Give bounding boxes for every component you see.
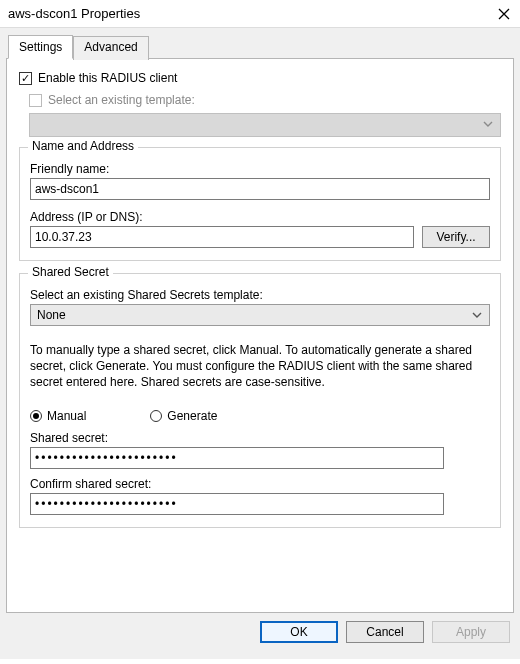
tabstrip: Settings Advanced [8,34,514,58]
shared-secret-input[interactable] [30,447,444,469]
friendly-name-label: Friendly name: [30,162,490,176]
select-template-row: Select an existing template: [29,93,501,107]
select-template-checkbox[interactable] [29,94,42,107]
verify-button[interactable]: Verify... [422,226,490,248]
shared-secret-template-label: Select an existing Shared Secrets templa… [30,288,490,302]
apply-button[interactable]: Apply [432,621,510,643]
tab-advanced[interactable]: Advanced [73,36,148,60]
radio-dot-icon [150,410,162,422]
enable-client-checkbox[interactable] [19,72,32,85]
radio-generate-label: Generate [167,409,217,423]
group-shared-secret: Shared Secret Select an existing Shared … [19,273,501,528]
group-shared-secret-legend: Shared Secret [28,265,113,279]
chevron-down-icon [482,118,494,133]
radio-dot-icon [30,410,42,422]
radio-manual-label: Manual [47,409,86,423]
select-template-label: Select an existing template: [48,93,195,107]
dialog-buttons: OK Cancel Apply [6,621,514,643]
confirm-secret-input[interactable] [30,493,444,515]
window-title: aws-dscon1 Properties [8,6,140,21]
address-label: Address (IP or DNS): [30,210,490,224]
titlebar: aws-dscon1 Properties [0,0,520,27]
shared-secret-instructions: To manually type a shared secret, click … [30,342,490,391]
confirm-secret-label: Confirm shared secret: [30,477,490,491]
radio-generate[interactable]: Generate [150,409,217,423]
chevron-down-icon [471,309,483,321]
tabpanel-settings: Enable this RADIUS client Select an exis… [6,58,514,613]
address-input[interactable] [30,226,414,248]
ok-button[interactable]: OK [260,621,338,643]
tab-settings[interactable]: Settings [8,35,73,59]
friendly-name-input[interactable] [30,178,490,200]
group-name-address-legend: Name and Address [28,139,138,153]
template-select [29,113,501,137]
shared-secret-label: Shared secret: [30,431,490,445]
tab-settings-label: Settings [19,40,62,54]
tab-advanced-label: Advanced [84,40,137,54]
shared-secret-template-value: None [37,308,66,322]
close-icon[interactable] [498,8,510,20]
enable-client-row: Enable this RADIUS client [19,71,501,85]
shared-secret-template-select[interactable]: None [30,304,490,326]
enable-client-label: Enable this RADIUS client [38,71,177,85]
group-name-address: Name and Address Friendly name: Address … [19,147,501,261]
cancel-button[interactable]: Cancel [346,621,424,643]
dialog-client-area: Settings Advanced Enable this RADIUS cli… [0,27,520,659]
radio-manual[interactable]: Manual [30,409,86,423]
secret-mode-radios: Manual Generate [30,409,490,423]
